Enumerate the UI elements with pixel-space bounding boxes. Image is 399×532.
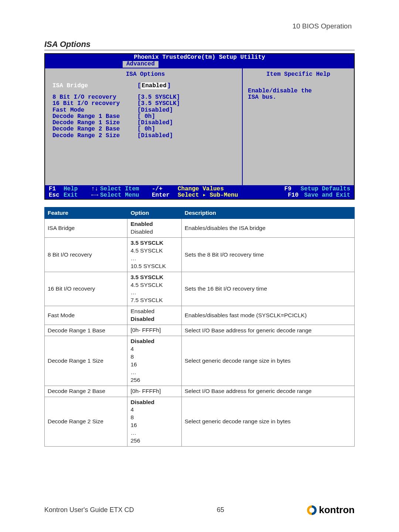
cell-feature: Decode Range 1 Base (45, 325, 127, 336)
page-footer: Kontron User's Guide ETX CD 65 kontron (44, 504, 355, 516)
options-table: Feature Option Description ISA Bridge En… (44, 207, 355, 447)
cell-feature: Decode Range 2 Base (45, 386, 127, 397)
cell-option: Ensabled Disabled (127, 306, 181, 325)
kontron-logo-text: kontron (319, 504, 355, 516)
cell-description: Select I/O Base address for generic deco… (181, 325, 354, 336)
footer-guide-name: Kontron User's Guide ETX CD (44, 506, 134, 514)
footer-page-number: 65 (217, 506, 224, 514)
bios-help-pane: Item Specific Help Enable/disable the IS… (243, 68, 354, 185)
cell-feature: 16 Bit I/O recovery (45, 272, 127, 306)
table-row: Decode Range 1 Size Disabled 4 8 16 … 25… (45, 336, 355, 386)
bios-item-dr2base[interactable]: Decode Range 2 Base (52, 126, 137, 132)
bios-help-text-2: ISA bus. (248, 94, 349, 101)
cell-feature: Decode Range 1 Size (45, 336, 127, 386)
cell-option: Enabled Disabled (127, 219, 181, 238)
kontron-logo-icon (307, 505, 317, 515)
bios-title: Phoenix TrustedCore(tm) Setup Utility (45, 54, 354, 61)
col-feature: Feature (45, 207, 127, 219)
table-row: ISA Bridge Enabled Disabled Enables/disa… (45, 219, 355, 238)
bios-key-f9: F9 (284, 186, 301, 192)
bios-key-plusminus: -/+ (152, 186, 178, 192)
bios-item-isa-bridge[interactable]: ISA Bridge (52, 83, 137, 89)
bios-value-dr2size[interactable]: [Disabled] (137, 133, 173, 139)
bios-item-16bit[interactable]: 16 Bit I/O recovery (52, 101, 137, 107)
table-row: Decode Range 1 Base [0h- FFFFh] Select I… (45, 325, 355, 336)
table-row: Decode Range 2 Base [0h- FFFFh] Select I… (45, 386, 355, 397)
bios-help-text-1: Enable/disable the (248, 88, 349, 94)
cell-option: 3.5 SYSCLK 4.5 SYSCLK … 10.5 SYSCLK (127, 237, 181, 272)
bios-key-esc: Esc (49, 192, 64, 199)
bios-value-dr2base[interactable]: [ 0h] (137, 126, 155, 132)
cell-feature: Fast Mode (45, 306, 127, 325)
table-row: Decode Range 2 Size Disabled 4 8 16 … 25… (45, 397, 355, 447)
cell-description: Sets the 16 Bit I/O recovery time (181, 272, 354, 306)
bios-footer: F1 Help ↑↓ Select Item -/+ Change Values… (45, 186, 354, 199)
bios-item-dr1base[interactable]: Decode Range 1 Base (52, 113, 137, 120)
bios-tab-advanced[interactable]: Advanced (123, 61, 158, 67)
cell-option: [0h- FFFFh] (127, 386, 181, 397)
bios-left-pane: ISA Options ISA Bridge [Enabled] 8 Bit I… (45, 68, 243, 185)
col-description: Description (181, 207, 354, 219)
cell-feature: 8 Bit I/O recovery (45, 237, 127, 272)
bios-label-select-submenu: Select ▸ Sub-Menu (178, 192, 288, 199)
table-row: 16 Bit I/O recovery 3.5 SYSCLK 4.5 SYSCL… (45, 272, 355, 306)
section-title: ISA Options (44, 40, 355, 50)
bios-item-dr1size[interactable]: Decode Range 1 Size (52, 120, 137, 126)
cell-feature: Decode Range 2 Size (45, 397, 127, 447)
table-row: Fast Mode Ensabled Disabled Enables/disa… (45, 306, 355, 325)
bios-value-8bit[interactable]: [3.5 SYSCLK] (137, 94, 180, 101)
bios-tab-bar: Advanced (45, 61, 354, 67)
bios-key-help: Help (64, 186, 91, 192)
cell-description: Sets the 8 Bit I/O recovery time (181, 237, 354, 272)
cell-description: Select generic decode range size in byte… (181, 397, 354, 447)
bios-screenshot: Phoenix TrustedCore(tm) Setup Utility Ad… (44, 53, 355, 200)
bios-arrows-lr-icon: ←→ (91, 192, 100, 199)
bios-value-dr1base[interactable]: [ 0h] (137, 113, 155, 120)
table-row: 8 Bit I/O recovery 3.5 SYSCLK 4.5 SYSCLK… (45, 237, 355, 272)
cell-option: Disabled 4 8 16 … 256 (127, 397, 181, 447)
bios-label-select-menu: Select Menu (100, 192, 152, 199)
chapter-header: 10 BIOS Operation (44, 22, 355, 30)
cell-option: [0h- FFFFh] (127, 325, 181, 336)
cell-description: Enables/disables the ISA bridge (181, 219, 354, 238)
bios-item-dr2size[interactable]: Decode Range 2 Size (52, 133, 137, 139)
cell-description: Select generic decode range size in byte… (181, 336, 354, 386)
bios-right-title: Item Specific Help (248, 71, 349, 78)
cell-description: Select I/O Base address for generic deco… (181, 386, 354, 397)
bios-label-change-values: Change Values (178, 186, 284, 192)
bios-item-fastmode[interactable]: Fast Mode (52, 107, 137, 113)
cell-option: Disabled 4 8 16 … 256 (127, 336, 181, 386)
bios-left-title: ISA Options (52, 71, 238, 78)
bios-arrows-ud-icon: ↑↓ (91, 186, 100, 192)
bios-item-8bit[interactable]: 8 Bit I/O recovery (52, 94, 137, 101)
cell-option: 3.5 SYSCLK 4.5 SYSCLK … 7.5 SYSCLK (127, 272, 181, 306)
bios-key-f1: F1 (49, 186, 64, 192)
cell-feature: ISA Bridge (45, 219, 127, 238)
bios-value-16bit[interactable]: [3.5 SYSCLK] (137, 101, 180, 107)
col-option: Option (127, 207, 181, 219)
bios-value-fastmode[interactable]: [Disabled] (137, 107, 173, 113)
bios-label-save-exit: Save and Exit (304, 192, 350, 199)
bios-key-enter: Enter (152, 192, 178, 199)
bios-value-isa-bridge[interactable]: Enabled (141, 82, 167, 89)
bios-label-setup-defaults: Setup Defaults (301, 186, 350, 192)
bios-value-dr1size[interactable]: [Disabled] (137, 120, 173, 126)
bios-key-exit: Exit (64, 192, 91, 199)
bios-key-f10: F10 (288, 192, 304, 199)
cell-description: Enables/disables fast mode (SYSCLK=PCICL… (181, 306, 354, 325)
bios-label-select-item: Select Item (100, 186, 152, 192)
kontron-logo: kontron (307, 504, 355, 516)
